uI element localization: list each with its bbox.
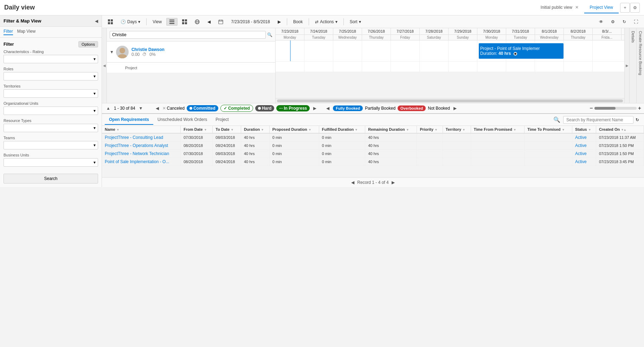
status-link[interactable]: Active [575, 151, 587, 156]
col-time-from-promised[interactable]: Time From Promised ▾ [471, 126, 524, 133]
row-name-link[interactable]: ProjectThree - Operations Analyst [105, 143, 168, 148]
bottom-search-input[interactable] [563, 116, 633, 124]
expand-left-panel[interactable]: ◀ [102, 28, 107, 103]
date-col-9: 7/31/2018 [506, 28, 535, 34]
filter-tab-filter[interactable]: Filter [4, 29, 13, 35]
list-view-btn[interactable] [166, 18, 178, 26]
col-remaining-duration[interactable]: Remaining Duration ▾ [365, 126, 417, 133]
col-proposed-duration[interactable]: Proposed Duration ▾ [269, 126, 319, 133]
row-name-link[interactable]: ProjectThree - Consulting Lead [105, 135, 163, 140]
filter-select-rating[interactable]: ▾ [4, 55, 98, 63]
cell-status[interactable]: Active [572, 133, 596, 142]
filter-select-business-units[interactable]: ▾ [4, 158, 98, 167]
expand-right-panel[interactable]: ▶ [624, 28, 629, 103]
zoom-out-icon[interactable]: − [590, 105, 593, 111]
zoom-slider[interactable] [594, 107, 637, 110]
bottom-refresh-icon[interactable]: ↻ [633, 116, 641, 124]
cell-status[interactable]: Active [572, 142, 596, 150]
sidebar-collapse-icon[interactable]: ◀ [95, 19, 98, 24]
filter-tab-map[interactable]: Map View [17, 29, 36, 35]
cell-to-date: 08/03/2018 [213, 133, 241, 142]
tab-open-requirements[interactable]: Open Requirements [105, 115, 153, 125]
settings-icon[interactable]: ⚙ [608, 18, 618, 26]
tab-project[interactable]: Project [211, 115, 233, 125]
filter-field-resource-types: Resource Types ▾ [4, 118, 98, 132]
prev-btn[interactable]: ◀ [204, 18, 214, 26]
zoom-in-icon[interactable]: + [638, 105, 641, 111]
legend-nav-prev[interactable]: ◀ [154, 106, 160, 111]
gantt-scrollbar[interactable] [276, 98, 624, 103]
next-btn[interactable]: ▶ [275, 18, 284, 26]
grid-icon-btn[interactable] [105, 18, 116, 26]
filter-select-teams[interactable]: ▾ [4, 141, 98, 149]
refresh-icon[interactable]: ↻ [619, 18, 629, 26]
filter-select-roles[interactable]: ▾ [4, 72, 98, 81]
gantt-search-input[interactable] [110, 31, 266, 39]
cell-created-on: 07/23/2018 1:50 PM [596, 142, 644, 150]
col-duration[interactable]: Duration ▾ [241, 126, 269, 133]
gantt-search-icon[interactable]: 🔍 [267, 32, 272, 37]
cell-fulfilled: 0 min [319, 158, 365, 166]
filter-select-org-units[interactable]: ▾ [4, 107, 98, 115]
in-progress-dots-icon: ··· [279, 106, 283, 111]
pagination-next-btn[interactable]: ▼ [137, 106, 144, 111]
col-name[interactable]: Name ▾ [102, 126, 181, 133]
row-name-link[interactable]: ProjectThree - Network Technician [105, 151, 169, 156]
grid-view-btn[interactable] [179, 18, 190, 26]
record-prev-icon[interactable]: ◀ [351, 180, 354, 185]
gantt-booking-bar[interactable]: Project - Point of Sale Implemer Duratio… [479, 43, 564, 59]
tab-close-icon[interactable]: ✕ [575, 5, 579, 10]
col-status[interactable]: Status ▾ [572, 126, 596, 133]
gantt-day-header: Monday Tuesday Wednesday Thursday Friday… [276, 35, 624, 40]
book-button[interactable]: Book [290, 18, 306, 26]
legend-nav-next[interactable]: ▶ [312, 106, 318, 111]
tab-initial-public-view[interactable]: Initial public view ✕ [535, 2, 584, 13]
visibility-icon[interactable]: 👁 [596, 18, 606, 26]
tab-project-view[interactable]: Project View [584, 2, 619, 13]
details-label[interactable]: Details [630, 28, 636, 46]
col-priority[interactable]: Priority ▾ [417, 126, 443, 133]
cell-name[interactable]: Point of Sale Implementation - O... [102, 158, 181, 166]
cell-status[interactable]: Active [572, 150, 596, 158]
create-resource-booking-panel[interactable]: Create Resource Booking [636, 28, 644, 103]
col-from-date[interactable]: From Date ▾ [181, 126, 213, 133]
row-name-link[interactable]: Point of Sale Implementation - O... [105, 159, 169, 164]
col-time-to-promised[interactable]: Time To Promised ▾ [524, 126, 572, 133]
filter-options-button[interactable]: Options [78, 41, 98, 47]
cell-name[interactable]: ProjectThree - Operations Analyst [102, 142, 181, 150]
calendar-icon[interactable] [215, 18, 226, 26]
col-territory[interactable]: Territory ▾ [443, 126, 471, 133]
details-panel[interactable]: Details [629, 28, 636, 103]
gantt-expand-icon[interactable]: ▼ [110, 50, 114, 54]
col-to-date[interactable]: To Date ▾ [213, 126, 241, 133]
tab-add-button[interactable]: + [620, 3, 630, 13]
gantt-body-resource-row: Project - Point of Sale Implemer Duratio… [276, 40, 624, 62]
globe-view-btn[interactable] [192, 18, 203, 26]
tab-unscheduled-work-orders[interactable]: Unscheduled Work Orders [153, 115, 211, 125]
col-created-on[interactable]: Created On ▾▲ [596, 126, 644, 133]
legend-nav-prev2[interactable]: ◀ [325, 106, 331, 111]
pagination-prev-btn[interactable]: ▲ [105, 106, 112, 111]
filter-select-resource-types[interactable]: ▾ [4, 124, 98, 132]
gantt-resource-name[interactable]: Christie Dawson [131, 47, 272, 52]
sort-dropdown[interactable]: Sort ▾ [347, 18, 364, 26]
cell-name[interactable]: ProjectThree - Network Technician [102, 150, 181, 158]
actions-dropdown[interactable]: ⇄ Actions ▾ [312, 18, 340, 26]
scrollbar-thumb[interactable] [277, 99, 623, 102]
days-dropdown[interactable]: 🕑 Days ▾ [117, 18, 143, 26]
legend-nav-next2[interactable]: ▶ [452, 106, 458, 111]
cell-status[interactable]: Active [572, 158, 596, 166]
search-button[interactable]: Search [4, 174, 98, 184]
bottom-search-icon[interactable]: 🔍 [550, 115, 563, 124]
filter-field-business-units: Business Units ▾ [4, 153, 98, 167]
filter-select-territories[interactable]: ▾ [4, 89, 98, 98]
col-fulfilled-duration[interactable]: Fulfilled Duration ▾ [319, 126, 365, 133]
status-link[interactable]: Active [575, 135, 587, 140]
status-link[interactable]: Active [575, 143, 587, 148]
tab-settings-icon[interactable]: ⚙ [630, 3, 640, 13]
cell-name[interactable]: ProjectThree - Consulting Lead [102, 133, 181, 142]
create-resource-booking-label[interactable]: Create Resource Booking [638, 28, 643, 78]
record-next-icon[interactable]: ▶ [392, 180, 395, 185]
status-link[interactable]: Active [575, 159, 587, 164]
fullscreen-icon[interactable]: ⛶ [631, 18, 641, 26]
